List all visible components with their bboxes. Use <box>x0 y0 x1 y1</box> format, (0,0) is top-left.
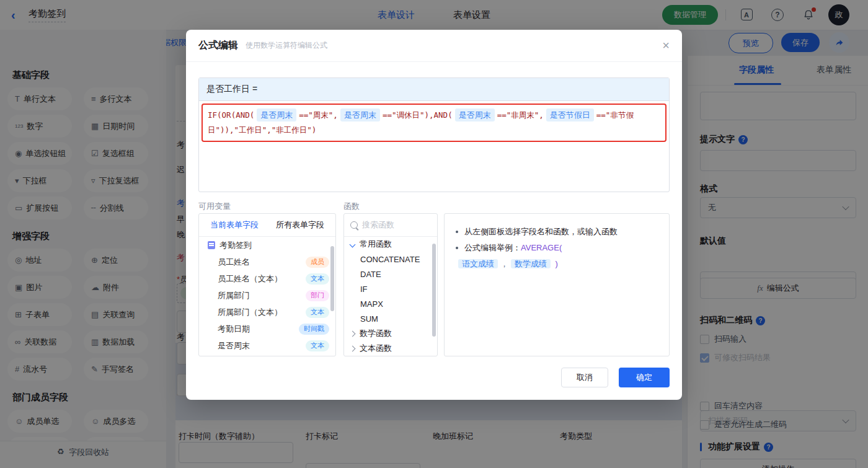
variable-item-所属部门[interactable]: 所属部门部门 <box>199 287 335 304</box>
scrollbar-thumb[interactable] <box>432 244 436 337</box>
formula-input-area[interactable]: IF(OR(AND(是否周末=="周末",是否周末=="调休日"),AND(是否… <box>202 104 666 142</box>
variable-name: 所属部门（文本） <box>218 307 282 318</box>
formula-editor: 是否工作日 = IF(OR(AND(是否周末=="周末",是否周末=="调休日"… <box>198 77 670 192</box>
field-type-badge: 成员 <box>306 257 329 268</box>
function-group-常用函数[interactable]: 常用函数 <box>344 237 437 252</box>
hint-line-2: 公式编辑举例： AVERAGE( 语文成绩，数学成绩 ) <box>456 240 658 272</box>
bullet-icon <box>456 231 458 233</box>
variable-item-考勤日期[interactable]: 考勤日期时间戳 <box>199 320 335 337</box>
variables-panel: 当前表单字段 所有表单字段 考勤签到员工姓名成员员工姓名（文本）文本所属部门部门… <box>198 213 336 356</box>
variable-item-是否节假日[interactable]: 是否节假日文本 <box>199 354 335 356</box>
chevron-right-icon <box>350 345 356 351</box>
chevron-right-icon <box>350 330 356 337</box>
example-field-chip: 语文成绩 <box>458 259 498 268</box>
field-type-badge: 文本 <box>306 273 329 285</box>
formula-code: =="非周末", <box>497 110 544 120</box>
formula-code: IF(OR(AND( <box>208 110 254 120</box>
variables-tabs: 当前表单字段 所有表单字段 <box>199 214 335 237</box>
variable-name: 员工姓名 <box>218 257 250 268</box>
formula-code: =="周末", <box>299 110 338 120</box>
bullet-icon <box>456 247 458 249</box>
scrollbar-thumb[interactable] <box>330 246 334 311</box>
field-type-badge: 文本 <box>306 340 329 351</box>
chevron-down-icon <box>350 241 356 247</box>
formula-field-chip[interactable]: 是否周末 <box>340 108 380 121</box>
hint-line-1: 从左侧面板选择字段名和函数，或输入函数 <box>456 224 658 240</box>
functions-label: 函数 <box>343 201 360 212</box>
function-group-文本函数[interactable]: 文本函数 <box>344 341 437 356</box>
functions-list: 常用函数CONCATENATEDATEIFMAPXSUM数学函数文本函数 <box>344 237 437 356</box>
example-field-chip: 数学成绩 <box>511 259 551 268</box>
hint-panel: 从左侧面板选择字段名和函数，或输入函数 公式编辑举例： AVERAGE( 语文成… <box>444 213 670 356</box>
close-icon[interactable]: × <box>662 38 670 52</box>
function-search[interactable]: 搜索函数 <box>344 214 437 237</box>
function-item-MAPX[interactable]: MAPX <box>344 296 437 311</box>
variable-name: 是否周末 <box>218 340 250 351</box>
variable-item-是否周末[interactable]: 是否周末文本 <box>199 337 335 354</box>
variable-item-所属部门（文本）[interactable]: 所属部门（文本）文本 <box>199 304 335 320</box>
modal-subtitle: 使用数学运算符编辑公式 <box>246 40 327 51</box>
formula-field-chip[interactable]: 是否周末 <box>257 108 296 121</box>
function-group-label: 文本函数 <box>360 343 392 354</box>
search-icon <box>350 221 358 229</box>
variable-root-label: 考勤签到 <box>219 240 252 251</box>
search-placeholder: 搜索函数 <box>362 219 394 231</box>
formula-target-field: 是否工作日 = <box>199 78 669 101</box>
variables-list: 考勤签到员工姓名成员员工姓名（文本）文本所属部门部门所属部门（文本）文本考勤日期… <box>199 237 335 356</box>
variable-tree-root[interactable]: 考勤签到 <box>199 237 335 254</box>
field-type-badge: 部门 <box>306 290 329 301</box>
modal-title: 公式编辑 <box>198 39 238 52</box>
formula-field-chip[interactable]: 是否节假日 <box>546 108 594 121</box>
variable-name: 所属部门 <box>218 290 250 301</box>
function-group-label: 数学函数 <box>360 328 392 339</box>
cancel-button[interactable]: 取消 <box>561 368 608 387</box>
variables-label: 可用变量 <box>198 201 231 212</box>
separator: ， <box>500 259 508 268</box>
function-item-SUM[interactable]: SUM <box>344 311 437 326</box>
formula-editor-modal: 公式编辑 使用数学运算符编辑公式 × 是否工作日 = IF(OR(AND(是否周… <box>186 30 682 400</box>
function-item-DATE[interactable]: DATE <box>344 267 437 281</box>
functions-panel: 搜索函数 常用函数CONCATENATEDATEIFMAPXSUM数学函数文本函… <box>343 213 438 356</box>
tab-current-form-fields[interactable]: 当前表单字段 <box>210 219 259 231</box>
confirm-button[interactable]: 确定 <box>619 368 670 387</box>
formula-field-chip[interactable]: 是否周末 <box>455 108 495 121</box>
function-group-数学函数[interactable]: 数学函数 <box>344 326 437 341</box>
field-type-badge: 时间戳 <box>299 324 329 335</box>
modal-header: 公式编辑 使用数学运算符编辑公式 × <box>186 30 682 62</box>
variable-name: 员工姓名（文本） <box>218 273 282 285</box>
function-item-CONCATENATE[interactable]: CONCATENATE <box>344 252 437 267</box>
tab-all-form-fields[interactable]: 所有表单字段 <box>276 219 324 231</box>
example-close-paren: ) <box>553 259 558 268</box>
variable-name: 考勤日期 <box>218 324 250 335</box>
function-group-label: 常用函数 <box>360 239 392 250</box>
function-item-IF[interactable]: IF <box>344 281 437 296</box>
example-function: AVERAGE( <box>521 240 562 256</box>
formula-code: =="调休日"),AND( <box>383 110 453 120</box>
variable-item-员工姓名（文本）[interactable]: 员工姓名（文本）文本 <box>199 270 335 287</box>
field-type-badge: 文本 <box>306 307 329 318</box>
variable-item-员工姓名[interactable]: 员工姓名成员 <box>199 254 335 270</box>
form-doc-icon <box>208 241 215 249</box>
